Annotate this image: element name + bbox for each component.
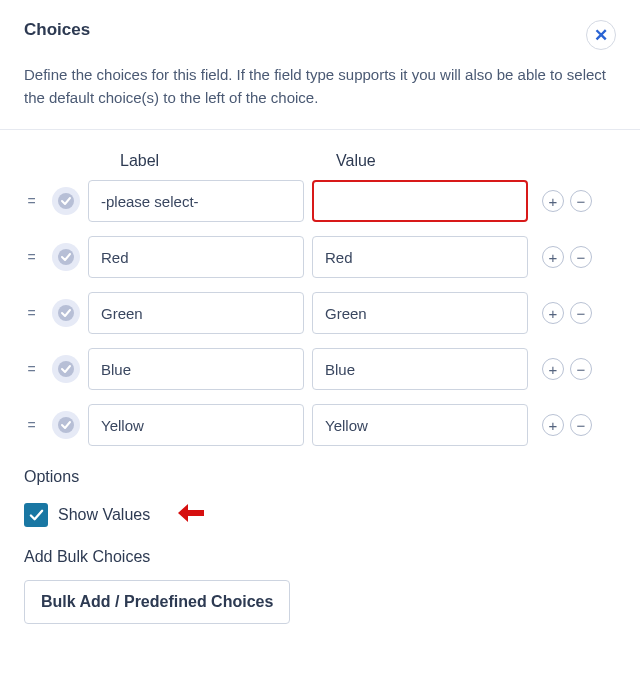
plus-icon: + — [549, 194, 558, 209]
plus-icon: + — [549, 418, 558, 433]
add-row-button[interactable]: + — [542, 414, 564, 436]
svg-point-2 — [58, 305, 74, 321]
minus-icon: − — [577, 362, 586, 377]
check-icon — [57, 192, 75, 210]
arrow-icon — [178, 502, 204, 528]
plus-icon: + — [549, 362, 558, 377]
svg-point-4 — [58, 417, 74, 433]
check-icon — [57, 416, 75, 434]
divider — [0, 129, 640, 130]
check-icon — [57, 248, 75, 266]
row-actions: +− — [542, 190, 592, 212]
choice-row: =+− — [24, 180, 616, 222]
plus-icon: + — [549, 250, 558, 265]
value-input[interactable] — [312, 292, 528, 334]
choices-title: Choices — [24, 20, 90, 40]
check-icon — [57, 304, 75, 322]
drag-handle-icon[interactable]: = — [24, 361, 38, 377]
drag-handle-icon[interactable]: = — [24, 249, 38, 265]
drag-handle-icon[interactable]: = — [24, 193, 38, 209]
default-radio[interactable] — [52, 187, 80, 215]
close-icon: ✕ — [594, 25, 608, 46]
value-column-header: Value — [336, 152, 376, 170]
row-actions: +− — [542, 358, 592, 380]
default-radio[interactable] — [52, 355, 80, 383]
check-icon — [29, 508, 44, 523]
default-radio[interactable] — [52, 243, 80, 271]
add-row-button[interactable]: + — [542, 190, 564, 212]
value-input[interactable] — [312, 348, 528, 390]
value-input[interactable] — [312, 180, 528, 222]
add-row-button[interactable]: + — [542, 302, 564, 324]
remove-row-button[interactable]: − — [570, 358, 592, 380]
value-input[interactable] — [312, 236, 528, 278]
label-column-header: Label — [120, 152, 336, 170]
minus-icon: − — [577, 250, 586, 265]
drag-handle-icon[interactable]: = — [24, 417, 38, 433]
bulk-add-button[interactable]: Bulk Add / Predefined Choices — [24, 580, 290, 624]
choice-row: =+− — [24, 236, 616, 278]
default-radio[interactable] — [52, 299, 80, 327]
drag-handle-icon[interactable]: = — [24, 305, 38, 321]
show-values-label: Show Values — [58, 506, 150, 524]
options-heading: Options — [24, 468, 616, 486]
label-input[interactable] — [88, 236, 304, 278]
svg-point-3 — [58, 361, 74, 377]
label-input[interactable] — [88, 404, 304, 446]
plus-icon: + — [549, 306, 558, 321]
show-values-checkbox[interactable] — [24, 503, 48, 527]
svg-point-0 — [58, 193, 74, 209]
choice-row: =+− — [24, 404, 616, 446]
label-input[interactable] — [88, 292, 304, 334]
choice-row: =+− — [24, 292, 616, 334]
remove-row-button[interactable]: − — [570, 302, 592, 324]
value-input[interactable] — [312, 404, 528, 446]
add-row-button[interactable]: + — [542, 358, 564, 380]
row-actions: +− — [542, 302, 592, 324]
minus-icon: − — [577, 306, 586, 321]
row-actions: +− — [542, 246, 592, 268]
column-headers: Label Value — [24, 152, 616, 170]
bulk-heading: Add Bulk Choices — [24, 548, 616, 566]
check-icon — [57, 360, 75, 378]
choice-row: =+− — [24, 348, 616, 390]
minus-icon: − — [577, 418, 586, 433]
label-input[interactable] — [88, 348, 304, 390]
add-row-button[interactable]: + — [542, 246, 564, 268]
default-radio[interactable] — [52, 411, 80, 439]
remove-row-button[interactable]: − — [570, 246, 592, 268]
row-actions: +− — [542, 414, 592, 436]
minus-icon: − — [577, 194, 586, 209]
close-button[interactable]: ✕ — [586, 20, 616, 50]
choices-description: Define the choices for this field. If th… — [24, 64, 616, 109]
remove-row-button[interactable]: − — [570, 414, 592, 436]
remove-row-button[interactable]: − — [570, 190, 592, 212]
label-input[interactable] — [88, 180, 304, 222]
svg-point-1 — [58, 249, 74, 265]
